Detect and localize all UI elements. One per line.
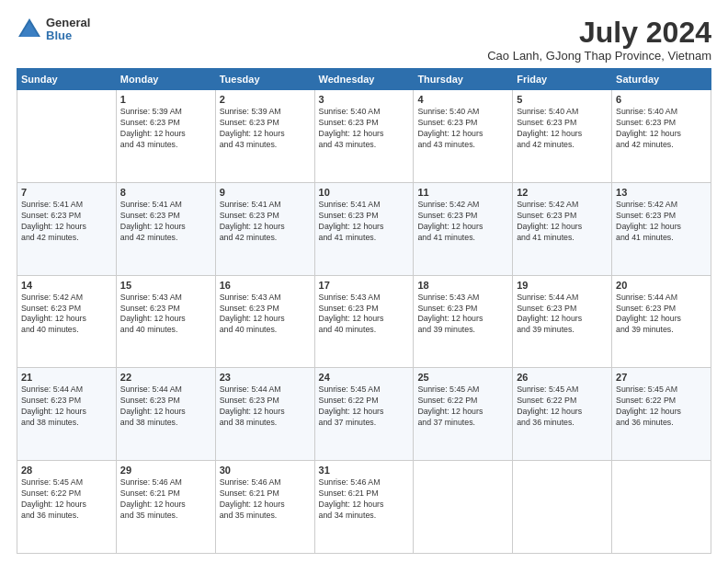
- col-monday: Monday: [116, 69, 215, 90]
- day-info: Sunrise: 5:44 AMSunset: 6:23 PMDaylight:…: [220, 385, 311, 429]
- calendar-cell: 27Sunrise: 5:45 AMSunset: 6:22 PMDayligh…: [612, 368, 711, 461]
- day-number: 8: [120, 187, 211, 198]
- day-info: Sunrise: 5:45 AMSunset: 6:22 PMDaylight:…: [517, 385, 608, 429]
- calendar-cell: 20Sunrise: 5:44 AMSunset: 6:23 PMDayligh…: [612, 275, 711, 368]
- calendar-cell: 24Sunrise: 5:45 AMSunset: 6:22 PMDayligh…: [314, 368, 414, 461]
- calendar-cell: 8Sunrise: 5:41 AMSunset: 6:23 PMDaylight…: [116, 182, 215, 275]
- week-row-1: 1Sunrise: 5:39 AMSunset: 6:23 PMDaylight…: [17, 90, 711, 183]
- day-number: 27: [616, 372, 707, 383]
- calendar-cell: [414, 461, 513, 554]
- day-number: 24: [319, 372, 410, 383]
- col-saturday: Saturday: [612, 69, 711, 90]
- calendar-cell: 14Sunrise: 5:42 AMSunset: 6:23 PMDayligh…: [17, 275, 117, 368]
- day-info: Sunrise: 5:43 AMSunset: 6:23 PMDaylight:…: [417, 293, 508, 337]
- col-thursday: Thursday: [414, 69, 513, 90]
- day-number: 13: [616, 187, 707, 198]
- month-title: July 2024: [487, 17, 711, 49]
- day-number: 6: [616, 94, 707, 105]
- day-info: Sunrise: 5:45 AMSunset: 6:22 PMDaylight:…: [616, 385, 707, 429]
- calendar-cell: 29Sunrise: 5:46 AMSunset: 6:21 PMDayligh…: [116, 461, 215, 554]
- day-info: Sunrise: 5:44 AMSunset: 6:23 PMDaylight:…: [517, 293, 608, 337]
- day-number: 18: [417, 280, 508, 291]
- day-number: 30: [220, 465, 311, 476]
- day-info: Sunrise: 5:41 AMSunset: 6:23 PMDaylight:…: [21, 200, 112, 244]
- col-wednesday: Wednesday: [314, 69, 414, 90]
- day-info: Sunrise: 5:41 AMSunset: 6:23 PMDaylight:…: [220, 200, 311, 244]
- calendar-cell: [513, 461, 612, 554]
- calendar-cell: 9Sunrise: 5:41 AMSunset: 6:23 PMDaylight…: [215, 182, 314, 275]
- day-number: 3: [319, 94, 410, 105]
- day-number: 4: [417, 94, 508, 105]
- weekday-header-row: Sunday Monday Tuesday Wednesday Thursday…: [17, 69, 711, 90]
- week-row-3: 14Sunrise: 5:42 AMSunset: 6:23 PMDayligh…: [17, 275, 711, 368]
- calendar-cell: 6Sunrise: 5:40 AMSunset: 6:23 PMDaylight…: [612, 90, 711, 183]
- logo-text: General Blue: [46, 17, 90, 43]
- calendar-cell: 3Sunrise: 5:40 AMSunset: 6:23 PMDaylight…: [314, 90, 414, 183]
- day-number: 5: [517, 94, 608, 105]
- logo: General Blue: [17, 17, 90, 43]
- calendar-cell: [17, 90, 117, 183]
- day-number: 31: [319, 465, 410, 476]
- day-number: 1: [120, 94, 211, 105]
- day-number: 14: [21, 280, 112, 291]
- day-info: Sunrise: 5:45 AMSunset: 6:22 PMDaylight:…: [319, 385, 410, 429]
- week-row-5: 28Sunrise: 5:45 AMSunset: 6:22 PMDayligh…: [17, 461, 711, 554]
- calendar-cell: 21Sunrise: 5:44 AMSunset: 6:23 PMDayligh…: [17, 368, 117, 461]
- day-info: Sunrise: 5:44 AMSunset: 6:23 PMDaylight:…: [120, 385, 211, 429]
- calendar-cell: 18Sunrise: 5:43 AMSunset: 6:23 PMDayligh…: [414, 275, 513, 368]
- calendar-cell: 12Sunrise: 5:42 AMSunset: 6:23 PMDayligh…: [513, 182, 612, 275]
- calendar-cell: 30Sunrise: 5:46 AMSunset: 6:21 PMDayligh…: [215, 461, 314, 554]
- day-info: Sunrise: 5:46 AMSunset: 6:21 PMDaylight:…: [220, 477, 311, 522]
- day-info: Sunrise: 5:44 AMSunset: 6:23 PMDaylight:…: [616, 293, 707, 337]
- day-info: Sunrise: 5:40 AMSunset: 6:23 PMDaylight:…: [616, 107, 707, 151]
- day-info: Sunrise: 5:43 AMSunset: 6:23 PMDaylight:…: [220, 293, 311, 337]
- week-row-2: 7Sunrise: 5:41 AMSunset: 6:23 PMDaylight…: [17, 182, 711, 275]
- day-number: 21: [21, 372, 112, 383]
- calendar-cell: 7Sunrise: 5:41 AMSunset: 6:23 PMDaylight…: [17, 182, 117, 275]
- location: Cao Lanh, GJong Thap Province, Vietnam: [487, 49, 711, 63]
- day-info: Sunrise: 5:41 AMSunset: 6:23 PMDaylight:…: [319, 200, 410, 244]
- day-info: Sunrise: 5:43 AMSunset: 6:23 PMDaylight:…: [319, 293, 410, 337]
- day-number: 17: [319, 280, 410, 291]
- day-number: 12: [517, 187, 608, 198]
- day-number: 7: [21, 187, 112, 198]
- day-info: Sunrise: 5:45 AMSunset: 6:22 PMDaylight:…: [417, 385, 508, 429]
- calendar-cell: 26Sunrise: 5:45 AMSunset: 6:22 PMDayligh…: [513, 368, 612, 461]
- day-number: 19: [517, 280, 608, 291]
- day-info: Sunrise: 5:42 AMSunset: 6:23 PMDaylight:…: [417, 200, 508, 244]
- day-number: 9: [220, 187, 311, 198]
- day-number: 15: [120, 280, 211, 291]
- calendar-cell: 1Sunrise: 5:39 AMSunset: 6:23 PMDaylight…: [116, 90, 215, 183]
- day-info: Sunrise: 5:46 AMSunset: 6:21 PMDaylight:…: [120, 477, 211, 522]
- day-info: Sunrise: 5:42 AMSunset: 6:23 PMDaylight:…: [21, 293, 112, 337]
- logo-general: General: [46, 17, 90, 29]
- logo-icon: [17, 17, 42, 42]
- day-number: 28: [21, 465, 112, 476]
- day-info: Sunrise: 5:39 AMSunset: 6:23 PMDaylight:…: [220, 107, 311, 151]
- calendar-cell: 31Sunrise: 5:46 AMSunset: 6:21 PMDayligh…: [314, 461, 414, 554]
- day-info: Sunrise: 5:46 AMSunset: 6:21 PMDaylight:…: [319, 477, 410, 522]
- day-info: Sunrise: 5:40 AMSunset: 6:23 PMDaylight:…: [517, 107, 608, 151]
- day-number: 2: [220, 94, 311, 105]
- calendar-cell: 16Sunrise: 5:43 AMSunset: 6:23 PMDayligh…: [215, 275, 314, 368]
- day-info: Sunrise: 5:42 AMSunset: 6:23 PMDaylight:…: [517, 200, 608, 244]
- day-number: 23: [220, 372, 311, 383]
- calendar-cell: 13Sunrise: 5:42 AMSunset: 6:23 PMDayligh…: [612, 182, 711, 275]
- calendar-cell: 25Sunrise: 5:45 AMSunset: 6:22 PMDayligh…: [414, 368, 513, 461]
- col-tuesday: Tuesday: [215, 69, 314, 90]
- day-number: 10: [319, 187, 410, 198]
- logo-blue: Blue: [46, 29, 90, 42]
- calendar-cell: 10Sunrise: 5:41 AMSunset: 6:23 PMDayligh…: [314, 182, 414, 275]
- calendar-cell: 23Sunrise: 5:44 AMSunset: 6:23 PMDayligh…: [215, 368, 314, 461]
- calendar-cell: 15Sunrise: 5:43 AMSunset: 6:23 PMDayligh…: [116, 275, 215, 368]
- calendar-cell: [612, 461, 711, 554]
- calendar-cell: 5Sunrise: 5:40 AMSunset: 6:23 PMDaylight…: [513, 90, 612, 183]
- calendar-cell: 22Sunrise: 5:44 AMSunset: 6:23 PMDayligh…: [116, 368, 215, 461]
- day-info: Sunrise: 5:39 AMSunset: 6:23 PMDaylight:…: [120, 107, 211, 151]
- day-number: 11: [417, 187, 508, 198]
- calendar-cell: 4Sunrise: 5:40 AMSunset: 6:23 PMDaylight…: [414, 90, 513, 183]
- day-number: 16: [220, 280, 311, 291]
- calendar-cell: 2Sunrise: 5:39 AMSunset: 6:23 PMDaylight…: [215, 90, 314, 183]
- week-row-4: 21Sunrise: 5:44 AMSunset: 6:23 PMDayligh…: [17, 368, 711, 461]
- calendar-cell: 28Sunrise: 5:45 AMSunset: 6:22 PMDayligh…: [17, 461, 117, 554]
